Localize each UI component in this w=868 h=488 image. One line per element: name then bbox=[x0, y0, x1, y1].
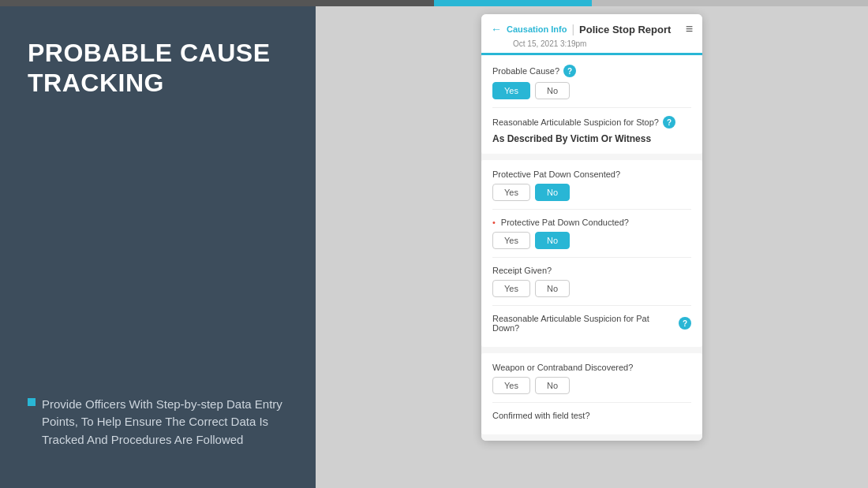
confirmed-field-test-group: Confirmed with field test? bbox=[492, 411, 691, 420]
report-title: Police Stop Report bbox=[579, 24, 671, 35]
main-content: PROBABLE CAUSETRACKING Provide Officers … bbox=[0, 6, 868, 488]
reasonable-suspicion-pat-label: Reasonable Articulable Suspicion for Pat… bbox=[492, 314, 691, 333]
probable-cause-no-button[interactable]: No bbox=[535, 82, 570, 99]
bullet-icon bbox=[28, 398, 36, 406]
probable-cause-label: Probable Cause? ? bbox=[492, 65, 691, 77]
weapon-section: Weapon or Contraband Discovered? Yes No … bbox=[481, 353, 702, 434]
weapon-discovered-label: Weapon or Contraband Discovered? bbox=[492, 363, 691, 372]
pat-conducted-label: • Protective Pat Down Conducted? bbox=[492, 218, 691, 227]
pat-consented-label: Protective Pat Down Consented? bbox=[492, 169, 691, 179]
pat-consented-yes-button[interactable]: Yes bbox=[492, 184, 530, 201]
reasonable-suspicion-stop-help-icon[interactable]: ? bbox=[663, 116, 675, 129]
right-area: ← Causation Info | Police Stop Report ≡ … bbox=[316, 6, 868, 488]
form-header: ← Causation Info | Police Stop Report ≡ … bbox=[481, 14, 702, 55]
section-divider-1 bbox=[492, 107, 691, 108]
top-bar-dark bbox=[0, 0, 434, 6]
header-left: ← Causation Info | Police Stop Report bbox=[491, 23, 671, 35]
left-panel-bottom: Provide Officers With Step-by-step Data … bbox=[28, 396, 288, 457]
probable-cause-help-icon[interactable]: ? bbox=[563, 65, 576, 77]
pat-consented-group: Protective Pat Down Consented? Yes No bbox=[492, 169, 691, 201]
receipt-given-label: Receipt Given? bbox=[492, 266, 691, 275]
confirmed-field-test-label: Confirmed with field test? bbox=[492, 411, 691, 420]
form-body: Probable Cause? ? Yes No Reasonable Arti… bbox=[481, 55, 702, 441]
page-title: PROBABLE CAUSETRACKING bbox=[28, 38, 288, 99]
reasonable-suspicion-pat-group: Reasonable Articulable Suspicion for Pat… bbox=[492, 314, 691, 333]
form-header-top: ← Causation Info | Police Stop Report ≡ bbox=[491, 22, 693, 36]
back-button[interactable]: ← bbox=[491, 23, 502, 35]
section-divider-2 bbox=[492, 209, 691, 210]
pat-conducted-yes-button[interactable]: Yes bbox=[492, 232, 530, 249]
weapon-discovered-btn-group: Yes No bbox=[492, 377, 691, 394]
probable-cause-section: Probable Cause? ? Yes No Reasonable Arti… bbox=[481, 55, 702, 154]
receipt-given-btn-group: Yes No bbox=[492, 280, 691, 297]
top-bar-blue bbox=[434, 0, 592, 6]
weapon-discovered-group: Weapon or Contraband Discovered? Yes No bbox=[492, 363, 691, 394]
section-divider-3 bbox=[492, 257, 691, 258]
date-label: Oct 15, 2021 3:19pm bbox=[513, 39, 693, 48]
probable-cause-yes-button[interactable]: Yes bbox=[492, 82, 530, 99]
top-bar-light bbox=[592, 0, 868, 6]
reasonable-suspicion-stop-label: Reasonable Articulable Suspicion for Sto… bbox=[492, 116, 691, 129]
reasonable-suspicion-pat-help-icon[interactable]: ? bbox=[679, 317, 691, 330]
weapon-discovered-no-button[interactable]: No bbox=[535, 377, 570, 394]
pat-conducted-btn-group: Yes No bbox=[492, 232, 691, 249]
reasonable-suspicion-stop-group: Reasonable Articulable Suspicion for Sto… bbox=[492, 116, 691, 144]
pat-conducted-no-button[interactable]: No bbox=[535, 232, 570, 249]
bullet-item: Provide Officers With Step-by-step Data … bbox=[28, 396, 288, 449]
pat-consented-no-button[interactable]: No bbox=[535, 184, 570, 201]
menu-icon[interactable]: ≡ bbox=[686, 22, 693, 36]
pipe-divider: | bbox=[571, 23, 574, 35]
left-panel: PROBABLE CAUSETRACKING Provide Officers … bbox=[0, 6, 316, 488]
probable-cause-btn-group: Yes No bbox=[492, 82, 691, 99]
bullet-text: Provide Officers With Step-by-step Data … bbox=[42, 396, 288, 449]
form-container: ← Causation Info | Police Stop Report ≡ … bbox=[481, 14, 702, 441]
weapon-discovered-yes-button[interactable]: Yes bbox=[492, 377, 530, 394]
section-divider-4 bbox=[492, 305, 691, 306]
reasonable-suspicion-stop-value: As Described By Victim Or Witness bbox=[492, 133, 691, 144]
top-bar bbox=[0, 0, 868, 6]
pat-down-section: Protective Pat Down Consented? Yes No • … bbox=[481, 160, 702, 347]
causation-info-label: Causation Info bbox=[507, 24, 567, 34]
receipt-given-yes-button[interactable]: Yes bbox=[492, 280, 530, 297]
section-divider-5 bbox=[492, 402, 691, 403]
pat-consented-btn-group: Yes No bbox=[492, 184, 691, 201]
receipt-given-group: Receipt Given? Yes No bbox=[492, 266, 691, 297]
pat-conducted-group: • Protective Pat Down Conducted? Yes No bbox=[492, 218, 691, 249]
receipt-given-no-button[interactable]: No bbox=[535, 280, 570, 297]
probable-cause-field-group: Probable Cause? ? Yes No bbox=[492, 65, 691, 99]
